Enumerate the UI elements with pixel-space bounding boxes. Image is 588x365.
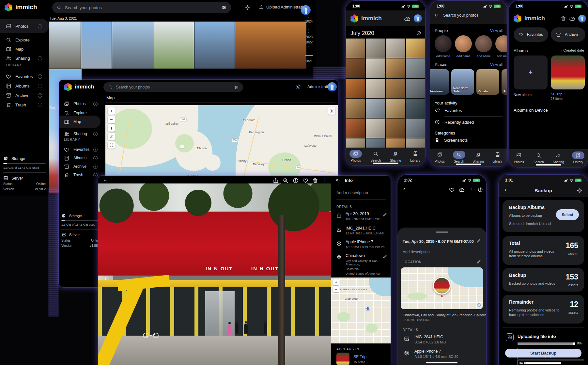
immich-logo[interactable]: immich: [5, 3, 37, 11]
home-indicator[interactable]: [536, 164, 561, 166]
map-zoom-out[interactable]: −: [333, 286, 339, 292]
sidebar-item-sharing[interactable]: Sharing i: [0, 54, 49, 63]
hide-markers-button[interactable]: [108, 133, 115, 140]
sidebar-item-map[interactable]: Map: [0, 44, 49, 54]
cloud-sync-icon[interactable]: [404, 16, 410, 22]
back-chevron-icon[interactable]: ‹: [403, 186, 405, 192]
settings-gear-icon[interactable]: [577, 188, 582, 193]
sidebar-item-albums[interactable]: Albums i: [0, 81, 49, 90]
prev-photo-chevron[interactable]: ‹: [104, 274, 107, 283]
nav-photos[interactable]: Photos: [509, 151, 529, 167]
user-avatar[interactable]: [328, 82, 337, 91]
home-indicator[interactable]: [426, 362, 457, 363]
photo-map-marker[interactable]: [433, 277, 451, 294]
photo-tile[interactable]: [346, 99, 365, 118]
nav-photos[interactable]: Photos: [430, 151, 449, 167]
photo-tile[interactable]: [406, 58, 425, 78]
more-options-icon[interactable]: ⋮: [323, 177, 329, 183]
description-input[interactable]: Add description...: [403, 250, 433, 254]
map-settings-button[interactable]: [328, 107, 335, 115]
photo-tile[interactable]: [366, 119, 385, 138]
photo-tile[interactable]: [386, 79, 405, 98]
add-name-label[interactable]: Add name: [436, 54, 450, 58]
photo-tile[interactable]: [346, 58, 365, 78]
back-arrow-icon[interactable]: ←: [103, 177, 109, 183]
recently-added-row[interactable]: Recently added: [435, 119, 474, 125]
zoom-icon[interactable]: [283, 178, 288, 183]
place-tile[interactable]: Pi: [502, 69, 507, 95]
map-info-icon[interactable]: [477, 303, 481, 307]
theme-toggle[interactable]: [245, 5, 250, 10]
favorite-heart-icon[interactable]: [449, 187, 455, 193]
sidebar-item-archive[interactable]: Archive i: [0, 91, 49, 100]
photo-tile[interactable]: [346, 39, 365, 58]
sort-button[interactable]: ↑Created date: [560, 48, 584, 52]
favorite-heart-icon[interactable]: [302, 178, 308, 183]
photo-tile[interactable]: [346, 138, 365, 148]
photo-tile[interactable]: [406, 138, 425, 148]
photo-tile[interactable]: [386, 119, 405, 138]
delete-icon[interactable]: [312, 178, 318, 183]
info-icon[interactable]: i: [38, 56, 42, 60]
photo-viewer[interactable]: IN-N-OUT IN-N-OUT ‹: [98, 183, 331, 365]
scrubber-cursor[interactable]: [305, 55, 313, 56]
photo-tile[interactable]: [366, 99, 385, 118]
people-view-all[interactable]: View all: [490, 29, 503, 33]
photo-tile[interactable]: [366, 58, 385, 78]
user-avatar[interactable]: [414, 14, 422, 23]
nav-library[interactable]: Library: [488, 151, 507, 167]
compass-button[interactable]: [108, 124, 115, 132]
map-zoom-in[interactable]: +: [333, 279, 339, 285]
sidebar-item-photos[interactable]: Photos i: [59, 99, 101, 108]
nav-photos[interactable]: Photos: [346, 150, 366, 166]
add-to-icon[interactable]: +: [470, 186, 472, 192]
home-indicator[interactable]: [373, 163, 398, 164]
place-tile[interactable]: Omaha: [476, 69, 499, 95]
info-icon[interactable]: i: [38, 93, 42, 98]
info-icon[interactable]: i: [38, 24, 42, 28]
sidebar-item-explore[interactable]: Explore: [0, 35, 49, 44]
timeline-photo[interactable]: [49, 22, 81, 69]
sidebar-item-albums[interactable]: Albums i: [59, 153, 101, 163]
photo-tile[interactable]: [386, 138, 405, 148]
sidebar-item-favorites[interactable]: Favorites i: [59, 145, 101, 154]
person-item[interactable]: Add name: [475, 35, 492, 58]
close-icon[interactable]: ×: [336, 177, 339, 182]
screenshots-row[interactable]: Screenshots: [435, 138, 468, 143]
cloud-sync-icon[interactable]: [569, 16, 575, 22]
immich-logo[interactable]: immich: [64, 83, 94, 91]
zoom-out-button[interactable]: −: [108, 116, 115, 123]
sidebar-item-trash[interactable]: Trash i: [59, 170, 101, 180]
sidebar-item-sharing[interactable]: Sharing i: [59, 129, 101, 138]
search-input[interactable]: Search your photos: [52, 2, 231, 13]
photo-tile[interactable]: [406, 119, 425, 138]
person-item[interactable]: Add name: [435, 35, 452, 58]
photo-tile[interactable]: [346, 119, 365, 138]
sidebar-item-map-active[interactable]: Map: [59, 116, 101, 128]
filter-sliders-icon[interactable]: [222, 5, 226, 10]
place-tile[interactable]: Chinatown: [430, 69, 449, 95]
nav-library[interactable]: Library: [405, 150, 425, 166]
photo-tile[interactable]: [366, 138, 385, 148]
favorites-row[interactable]: Favorites: [435, 108, 462, 113]
timeline-photo[interactable]: [81, 22, 112, 69]
location-map[interactable]: FISHERMAN'S WHARF Beach Street + −: [331, 278, 391, 343]
photo-tile[interactable]: [366, 39, 385, 58]
photo-tile[interactable]: [386, 39, 405, 58]
edit-date-pencil-icon[interactable]: [383, 213, 387, 217]
location-map[interactable]: [401, 267, 483, 309]
search-input[interactable]: Search your photos: [435, 13, 478, 18]
timeline-photo[interactable]: [194, 22, 235, 69]
add-name-label[interactable]: Add name: [476, 54, 490, 58]
info-icon[interactable]: [293, 178, 299, 183]
description-input[interactable]: Add a description: [336, 191, 368, 195]
user-avatar[interactable]: [578, 15, 586, 23]
drag-handle[interactable]: [436, 231, 448, 233]
photo-tile[interactable]: [346, 79, 365, 98]
home-indicator[interactable]: [525, 362, 561, 364]
sidebar-item-trash[interactable]: Trash i: [0, 100, 49, 109]
edit-location-pencil-icon[interactable]: [383, 254, 387, 259]
start-backup-button[interactable]: Start Backup: [505, 349, 581, 357]
photo-tile[interactable]: [406, 99, 425, 118]
edit-location-pencil-icon[interactable]: [477, 260, 481, 264]
